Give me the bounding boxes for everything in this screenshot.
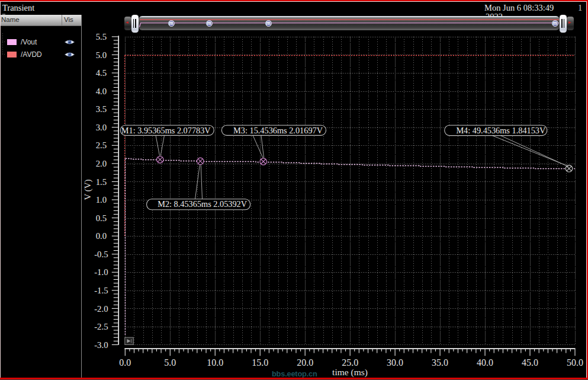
svg-text:V (V): V (V)	[83, 179, 93, 200]
svg-text:-2.5: -2.5	[94, 322, 108, 331]
svg-text:2.5: 2.5	[96, 140, 107, 150]
svg-text:45.0: 45.0	[522, 357, 538, 368]
svg-text:3.5: 3.5	[96, 104, 107, 114]
svg-text:4.0: 4.0	[96, 87, 107, 96]
svg-text:10.0: 10.0	[207, 357, 223, 368]
svg-text:3.0: 3.0	[96, 123, 107, 132]
svg-text:25.0: 25.0	[342, 357, 358, 368]
svg-text:time (ms): time (ms)	[332, 367, 368, 378]
svg-text:-1.5: -1.5	[94, 286, 108, 295]
svg-text:5.0: 5.0	[96, 50, 107, 60]
svg-text:M3: 15.4536ms 2.01697V: M3: 15.4536ms 2.01697V	[233, 126, 323, 135]
svg-text:30.0: 30.0	[387, 357, 403, 368]
svg-text:1.5: 1.5	[96, 177, 107, 187]
svg-text:0.0: 0.0	[119, 357, 131, 368]
svg-text:40.0: 40.0	[477, 357, 493, 368]
svg-text:35.0: 35.0	[432, 357, 448, 368]
svg-text:-2.0: -2.0	[94, 304, 108, 314]
svg-text:0.5: 0.5	[96, 213, 107, 223]
svg-text:20.0: 20.0	[297, 357, 313, 368]
svg-text:15.0: 15.0	[252, 357, 268, 368]
svg-text:1.0: 1.0	[96, 195, 107, 205]
svg-text:-3.0: -3.0	[94, 340, 108, 350]
svg-text:5.0: 5.0	[164, 357, 176, 368]
svg-text:M2: 8.45365ms 2.05392V: M2: 8.45365ms 2.05392V	[158, 199, 248, 209]
svg-text:4.5: 4.5	[96, 68, 107, 78]
svg-text:-0.5: -0.5	[94, 250, 108, 259]
svg-text:M1: 3.95365ms 2.07783V: M1: 3.95365ms 2.07783V	[121, 126, 211, 135]
svg-text:0.0: 0.0	[96, 231, 107, 241]
svg-text:M4: 49.4536ms 1.84153V: M4: 49.4536ms 1.84153V	[456, 126, 546, 135]
svg-text:-1.0: -1.0	[94, 267, 108, 277]
svg-text:50.0: 50.0	[567, 357, 583, 368]
svg-text:5.5: 5.5	[96, 32, 107, 41]
svg-text:2.0: 2.0	[96, 159, 107, 168]
